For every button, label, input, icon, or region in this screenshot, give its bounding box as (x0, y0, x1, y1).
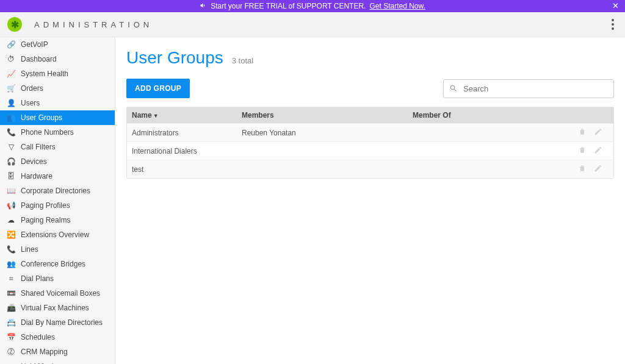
close-icon[interactable]: ✕ (612, 1, 619, 10)
col-header-name[interactable]: Name▼ (127, 107, 237, 123)
sidebar-item-label: Hardware (21, 172, 52, 180)
sidebar-item-orders[interactable]: 🛒Orders (0, 81, 115, 96)
sidebar-item-label: Dial Plans (21, 274, 54, 283)
sidebar-item-corporate-directories[interactable]: 📖Corporate Directories (0, 184, 115, 198)
z-icon: Ⓩ (6, 347, 16, 357)
phone-icon: 📞 (6, 127, 16, 137)
sidebar-item-label: User Groups (21, 113, 62, 122)
sidebar-item-phone-numbers[interactable]: 📞Phone Numbers (0, 125, 115, 140)
dialpad-icon: ⌗ (6, 274, 16, 284)
cell-members: Reuben Yonatan (237, 125, 408, 141)
sidebar-item-system-health[interactable]: 📈System Health (0, 66, 115, 81)
sidebar-item-label: System Health (21, 70, 68, 78)
sidebar-item-users[interactable]: 👤Users (0, 96, 115, 110)
table-row[interactable]: AdministratorsReuben Yonatan (127, 123, 613, 141)
kebab-menu-icon[interactable] (608, 15, 618, 34)
edit-icon[interactable] (594, 127, 602, 138)
music-icon: ♫ (6, 362, 16, 364)
sidebar-item-label: Lines (21, 245, 38, 254)
sidebar: 🔗GetVoIP⏱Dashboard📈System Health🛒Orders👤… (0, 37, 115, 364)
link-icon: 🔗 (6, 40, 16, 49)
page-title: User Groups (126, 48, 223, 68)
search-input[interactable] (443, 79, 614, 98)
directory-icon: 📇 (6, 318, 16, 327)
sidebar-item-label: Dial By Name Directories (21, 318, 103, 327)
sidebar-item-getvoip[interactable]: 🔗GetVoIP (0, 37, 115, 52)
server-icon: 🗄 (6, 171, 16, 181)
sidebar-item-lines[interactable]: 📞Lines (0, 242, 115, 257)
sidebar-item-label: Call Filters (21, 143, 56, 151)
sidebar-item-crm-mapping[interactable]: ⓏCRM Mapping (0, 344, 115, 359)
cell-name: test (127, 162, 237, 177)
sidebar-item-label: Paging Realms (21, 216, 70, 224)
cloud-icon: ☁ (6, 215, 16, 225)
sidebar-item-label: Corporate Directories (21, 187, 90, 195)
sidebar-item-extensions-overview[interactable]: 🔀Extensions Overview (0, 227, 115, 242)
trash-icon[interactable] (578, 146, 587, 156)
cell-members (237, 148, 408, 155)
trial-banner: Start your FREE TRIAL of SUPPORT CENTER.… (0, 0, 625, 12)
sidebar-item-label: Schedules (21, 333, 55, 341)
sidebar-item-dial-plans[interactable]: ⌗Dial Plans (0, 271, 115, 286)
add-group-button[interactable]: ADD GROUP (126, 79, 190, 98)
cell-members (237, 166, 408, 173)
edit-icon[interactable] (594, 164, 602, 174)
sidebar-item-dashboard[interactable]: ⏱Dashboard (0, 52, 115, 66)
book-icon: 📖 (6, 186, 16, 196)
phone-icon: 📞 (6, 244, 16, 254)
sidebar-item-label: Orders (21, 84, 43, 93)
sidebar-item-label: Phone Numbers (21, 128, 74, 137)
sort-caret-icon: ▼ (153, 113, 159, 119)
user-icon: 👤 (6, 98, 16, 108)
sidebar-item-dial-by-name-directories[interactable]: 📇Dial By Name Directories (0, 315, 115, 330)
table-row[interactable]: test (127, 160, 613, 178)
brand-text: ADMINISTRATION (34, 20, 153, 29)
sidebar-item-label: Paging Profiles (21, 201, 70, 210)
main-content: User Groups 3 total ADD GROUP Name▼ Memb… (115, 37, 625, 364)
sidebar-item-schedules[interactable]: 📅Schedules (0, 330, 115, 344)
sidebar-item-devices[interactable]: 🎧Devices (0, 154, 115, 169)
table-row[interactable]: International Dialers (127, 141, 613, 160)
edit-icon[interactable] (594, 146, 602, 156)
user-groups-table: Name▼ Members Member Of AdministratorsRe… (126, 107, 614, 179)
calendar-icon: 📅 (6, 332, 16, 342)
sidebar-item-hardware[interactable]: 🗄Hardware (0, 169, 115, 184)
sidebar-item-hold-music[interactable]: ♫Hold Music (0, 359, 115, 364)
group-icon: 👥 (6, 259, 16, 269)
trash-icon[interactable] (578, 127, 587, 138)
sidebar-item-label: GetVoIP (21, 40, 48, 49)
sidebar-item-paging-realms[interactable]: ☁Paging Realms (0, 213, 115, 227)
cell-memberof (408, 148, 565, 155)
table-header-row: Name▼ Members Member Of (127, 107, 613, 123)
sidebar-item-call-filters[interactable]: ▽Call Filters (0, 140, 115, 154)
cell-name: International Dialers (127, 143, 237, 159)
cell-name: Administrators (127, 125, 237, 141)
sidebar-item-label: Users (21, 99, 40, 107)
search-wrapper (443, 79, 614, 98)
trash-icon[interactable] (578, 164, 587, 174)
pulse-icon: 📈 (6, 69, 16, 79)
sidebar-item-conference-bridges[interactable]: 👥Conference Bridges (0, 257, 115, 271)
banner-cta-link[interactable]: Get Started Now. (369, 2, 425, 10)
voicemail-icon: 📼 (6, 288, 16, 298)
fax-icon: 📠 (6, 303, 16, 313)
total-count: 3 total (232, 56, 253, 65)
users-icon: 👥 (6, 113, 16, 123)
sidebar-item-label: Conference Bridges (21, 260, 85, 268)
col-header-memberof[interactable]: Member Of (408, 107, 565, 123)
sidebar-item-virtual-fax-machines[interactable]: 📠Virtual Fax Machines (0, 301, 115, 315)
sidebar-item-label: Shared Voicemail Boxes (21, 289, 100, 298)
sidebar-item-label: Virtual Fax Machines (21, 304, 89, 312)
search-icon (449, 84, 458, 93)
cell-memberof (408, 166, 565, 173)
col-header-members[interactable]: Members (237, 107, 408, 123)
sidebar-item-paging-profiles[interactable]: 📢Paging Profiles (0, 198, 115, 213)
sidebar-item-shared-voicemail-boxes[interactable]: 📼Shared Voicemail Boxes (0, 286, 115, 301)
sidebar-item-label: Devices (21, 157, 47, 166)
sidebar-item-user-groups[interactable]: 👥User Groups (0, 110, 115, 125)
app-logo: ✱ (7, 17, 22, 32)
banner-text: Start your FREE TRIAL of SUPPORT CENTER. (211, 2, 366, 10)
topbar: ✱ ADMINISTRATION (0, 12, 625, 37)
branch-icon: 🔀 (6, 230, 16, 240)
headset-icon: 🎧 (6, 157, 16, 166)
